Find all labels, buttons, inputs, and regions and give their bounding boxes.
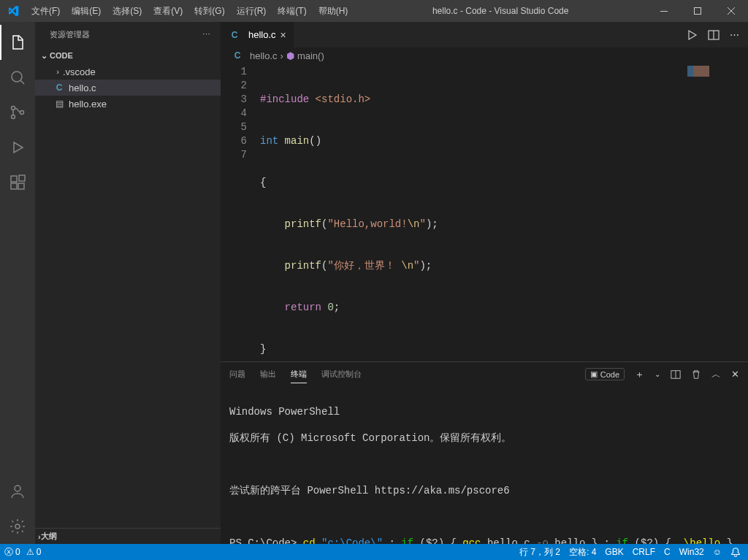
run-debug-icon[interactable] bbox=[0, 130, 35, 165]
line-gutter: 1234567 bbox=[221, 64, 260, 361]
tab-hello-c[interactable]: C hello.c × bbox=[221, 22, 294, 47]
svg-rect-9 bbox=[19, 175, 25, 181]
explorer-sidebar: 资源管理器 ⋯ ⌄ CODE › .vscode C hello.c ▤ hel… bbox=[35, 22, 221, 544]
c-file-icon: C bbox=[228, 30, 241, 40]
explorer-icon[interactable] bbox=[0, 25, 35, 60]
settings-gear-icon[interactable] bbox=[0, 509, 35, 544]
menu-file[interactable]: 文件(F) bbox=[26, 0, 66, 22]
panel-tab-problems[interactable]: 问题 bbox=[229, 366, 245, 383]
svg-rect-8 bbox=[18, 183, 24, 189]
terminal-body[interactable]: Windows PowerShell 版权所有 (C) Microsoft Co… bbox=[221, 386, 748, 544]
search-icon[interactable] bbox=[0, 60, 35, 95]
status-os[interactable]: Win32 bbox=[679, 547, 704, 557]
accounts-icon[interactable] bbox=[0, 474, 35, 509]
tree-file-hello-exe[interactable]: ▤ hello.exe bbox=[35, 96, 221, 112]
terminal-line: Windows PowerShell bbox=[229, 405, 739, 418]
breadcrumb[interactable]: C hello.c › ⬢ main() bbox=[221, 47, 748, 64]
tab-label: hello.c bbox=[248, 29, 276, 40]
c-file-icon: C bbox=[231, 50, 244, 61]
trash-icon[interactable] bbox=[691, 369, 701, 380]
svg-rect-7 bbox=[11, 183, 17, 189]
svg-rect-6 bbox=[11, 176, 17, 182]
tree-file-hello-c[interactable]: C hello.c bbox=[35, 80, 221, 96]
split-terminal-icon[interactable] bbox=[671, 369, 681, 380]
menu-view[interactable]: 查看(V) bbox=[148, 0, 188, 22]
chevron-right-icon: › bbox=[53, 67, 63, 76]
menu-edit[interactable]: 编辑(E) bbox=[66, 0, 107, 22]
menu-run[interactable]: 运行(R) bbox=[231, 0, 272, 22]
terminal-line: 版权所有 (C) Microsoft Corporation。保留所有权利。 bbox=[229, 431, 739, 445]
folder-root[interactable]: ⌄ CODE bbox=[35, 47, 221, 64]
chevron-down-icon[interactable]: ⌄ bbox=[654, 370, 660, 378]
svg-point-2 bbox=[12, 72, 22, 82]
maximize-button[interactable] bbox=[681, 0, 714, 22]
svg-point-3 bbox=[12, 107, 15, 110]
tree-folder-vscode[interactable]: › .vscode bbox=[35, 64, 221, 80]
minimize-button[interactable] bbox=[647, 0, 681, 22]
menu-bar: 文件(F) 编辑(E) 选择(S) 查看(V) 转到(G) 运行(R) 终端(T… bbox=[26, 0, 354, 22]
close-button[interactable] bbox=[714, 0, 748, 22]
sidebar-header: 资源管理器 ⋯ bbox=[35, 22, 221, 47]
code-editor[interactable]: 1234567 #include <stdio.h> int main() { … bbox=[221, 64, 748, 361]
maximize-panel-icon[interactable]: ︿ bbox=[711, 368, 721, 381]
outline-label: 大纲 bbox=[41, 531, 57, 542]
breadcrumb-symbol: main() bbox=[297, 50, 324, 61]
more-icon[interactable]: ⋯ bbox=[730, 29, 741, 40]
code-content[interactable]: #include <stdio.h> int main() { printf("… bbox=[260, 64, 438, 361]
svg-rect-1 bbox=[695, 8, 701, 15]
tree-item-label: hello.c bbox=[69, 83, 96, 93]
sidebar-title: 资源管理器 bbox=[50, 29, 90, 40]
symbol-method-icon: ⬢ bbox=[286, 50, 294, 61]
svg-point-5 bbox=[20, 111, 24, 115]
window-controls bbox=[647, 0, 748, 22]
warning-icon: ⚠ bbox=[26, 547, 34, 557]
terminal-profile-label[interactable]: ▣Code bbox=[585, 368, 625, 380]
terminal-line: PS C:\Code> cd "c:\Code\" ; if ($?) { gc… bbox=[229, 537, 739, 544]
activity-bar bbox=[0, 22, 35, 544]
svg-point-4 bbox=[12, 115, 15, 119]
status-eol[interactable]: CRLF bbox=[633, 547, 655, 557]
terminal-line: 尝试新的跨平台 PowerShell https://aka.ms/pscore… bbox=[229, 484, 739, 497]
status-errors[interactable]: ⓧ0 bbox=[4, 546, 20, 559]
tree-item-label: .vscode bbox=[63, 66, 96, 77]
close-panel-icon[interactable]: ✕ bbox=[731, 369, 739, 380]
status-spaces[interactable]: 空格: 4 bbox=[569, 546, 596, 559]
terminal-icon: ▣ bbox=[590, 369, 598, 379]
menu-go[interactable]: 转到(G) bbox=[188, 0, 230, 22]
editor-tabs: C hello.c × ⋯ bbox=[221, 22, 748, 47]
svg-rect-0 bbox=[660, 11, 668, 12]
feedback-icon[interactable]: ☺ bbox=[713, 547, 722, 557]
extensions-icon[interactable] bbox=[0, 165, 35, 200]
notifications-icon[interactable] bbox=[730, 547, 741, 557]
run-icon[interactable] bbox=[686, 29, 698, 41]
menu-selection[interactable]: 选择(S) bbox=[107, 0, 148, 22]
status-encoding[interactable]: GBK bbox=[605, 547, 623, 557]
close-tab-icon[interactable]: × bbox=[280, 29, 286, 41]
menu-help[interactable]: 帮助(H) bbox=[313, 0, 354, 22]
new-terminal-icon[interactable]: ＋ bbox=[635, 368, 644, 381]
status-language[interactable]: C bbox=[664, 547, 671, 557]
more-icon[interactable]: ⋯ bbox=[202, 30, 212, 39]
chevron-right-icon: › bbox=[280, 50, 283, 61]
svg-point-10 bbox=[15, 486, 20, 491]
split-editor-icon[interactable] bbox=[708, 29, 720, 41]
status-warnings[interactable]: ⚠0 bbox=[26, 547, 42, 557]
status-line-col[interactable]: 行 7，列 2 bbox=[519, 546, 560, 559]
source-control-icon[interactable] bbox=[0, 95, 35, 130]
breadcrumb-file: hello.c bbox=[250, 50, 278, 61]
status-bar: ⓧ0 ⚠0 行 7，列 2 空格: 4 GBK CRLF C Win32 ☺ bbox=[0, 544, 748, 560]
menu-terminal[interactable]: 终端(T) bbox=[272, 0, 312, 22]
chevron-down-icon: ⌄ bbox=[38, 51, 50, 61]
root-label: CODE bbox=[50, 51, 73, 60]
outline-section[interactable]: › 大纲 bbox=[35, 528, 221, 544]
minimap[interactable] bbox=[684, 64, 748, 361]
bottom-panel: 问题 输出 终端 调试控制台 ▣Code ＋ ⌄ ︿ ✕ Windows Pow… bbox=[221, 361, 748, 544]
svg-point-11 bbox=[15, 524, 20, 529]
binary-file-icon: ▤ bbox=[53, 99, 66, 109]
vscode-logo-icon bbox=[0, 5, 26, 17]
c-file-icon: C bbox=[53, 83, 66, 93]
error-icon: ⓧ bbox=[4, 546, 13, 559]
tree-item-label: hello.exe bbox=[69, 99, 107, 110]
title-bar: 文件(F) 编辑(E) 选择(S) 查看(V) 转到(G) 运行(R) 终端(T… bbox=[0, 0, 748, 22]
window-title: hello.c - Code - Visual Studio Code bbox=[354, 6, 647, 16]
